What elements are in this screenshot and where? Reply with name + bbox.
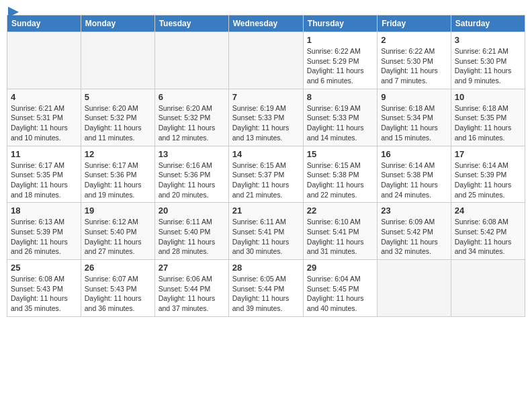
day-cell: 4Sunrise: 6:21 AM Sunset: 5:31 PM Daylig… (7, 89, 81, 146)
calendar: SundayMondayTuesdayWednesdayThursdayFrid… (7, 15, 525, 317)
day-info: Sunrise: 6:09 AM Sunset: 5:42 PM Dayligh… (381, 217, 447, 257)
day-cell: 5Sunrise: 6:20 AM Sunset: 5:32 PM Daylig… (81, 89, 154, 146)
day-info: Sunrise: 6:05 AM Sunset: 5:44 PM Dayligh… (232, 274, 300, 314)
day-cell: 19Sunrise: 6:12 AM Sunset: 5:40 PM Dayli… (81, 203, 154, 260)
day-number: 27 (159, 263, 225, 273)
column-header-wednesday: Wednesday (228, 15, 303, 32)
day-cell: 12Sunrise: 6:17 AM Sunset: 5:36 PM Dayli… (81, 146, 154, 203)
day-number: 11 (11, 149, 77, 159)
day-info: Sunrise: 6:20 AM Sunset: 5:32 PM Dayligh… (159, 103, 225, 143)
day-cell: 16Sunrise: 6:14 AM Sunset: 5:38 PM Dayli… (378, 146, 451, 203)
day-info: Sunrise: 6:17 AM Sunset: 5:36 PM Dayligh… (85, 161, 151, 200)
day-number: 14 (232, 149, 300, 159)
day-cell: 9Sunrise: 6:18 AM Sunset: 5:34 PM Daylig… (378, 89, 451, 146)
day-cell (228, 32, 303, 89)
day-cell: 25Sunrise: 6:08 AM Sunset: 5:43 PM Dayli… (7, 260, 81, 317)
day-number: 18 (11, 205, 77, 216)
day-number: 26 (85, 263, 151, 273)
svg-marker-0 (8, 7, 19, 17)
column-header-sunday: Sunday (7, 15, 81, 32)
day-number: 20 (159, 205, 225, 216)
day-cell: 8Sunrise: 6:19 AM Sunset: 5:33 PM Daylig… (303, 89, 377, 146)
day-info: Sunrise: 6:15 AM Sunset: 5:38 PM Dayligh… (307, 161, 373, 200)
day-info: Sunrise: 6:21 AM Sunset: 5:31 PM Dayligh… (11, 103, 77, 143)
day-cell (451, 260, 525, 317)
day-info: Sunrise: 6:19 AM Sunset: 5:33 PM Dayligh… (307, 103, 373, 143)
day-cell: 3Sunrise: 6:21 AM Sunset: 5:30 PM Daylig… (451, 32, 525, 89)
day-cell: 13Sunrise: 6:16 AM Sunset: 5:36 PM Dayli… (154, 146, 228, 203)
day-number: 22 (307, 205, 373, 216)
day-cell (154, 32, 228, 89)
day-cell: 1Sunrise: 6:22 AM Sunset: 5:29 PM Daylig… (303, 32, 377, 89)
day-cell: 7Sunrise: 6:19 AM Sunset: 5:33 PM Daylig… (228, 89, 303, 146)
day-info: Sunrise: 6:12 AM Sunset: 5:40 PM Dayligh… (85, 217, 151, 257)
day-number: 29 (307, 263, 373, 273)
day-cell (378, 260, 451, 317)
day-info: Sunrise: 6:10 AM Sunset: 5:41 PM Dayligh… (307, 217, 373, 257)
day-number: 16 (381, 149, 447, 159)
day-cell: 23Sunrise: 6:09 AM Sunset: 5:42 PM Dayli… (378, 203, 451, 260)
column-header-tuesday: Tuesday (154, 15, 228, 32)
day-cell: 24Sunrise: 6:08 AM Sunset: 5:42 PM Dayli… (451, 203, 525, 260)
column-header-thursday: Thursday (303, 15, 377, 32)
day-info: Sunrise: 6:08 AM Sunset: 5:43 PM Dayligh… (11, 274, 77, 314)
day-number: 13 (159, 149, 225, 159)
column-header-monday: Monday (81, 15, 154, 32)
day-cell: 29Sunrise: 6:04 AM Sunset: 5:45 PM Dayli… (303, 260, 377, 317)
day-cell: 17Sunrise: 6:14 AM Sunset: 5:39 PM Dayli… (451, 146, 525, 203)
day-number: 17 (455, 149, 521, 159)
header (7, 7, 525, 9)
day-info: Sunrise: 6:16 AM Sunset: 5:36 PM Dayligh… (159, 161, 225, 200)
day-info: Sunrise: 6:14 AM Sunset: 5:38 PM Dayligh… (381, 161, 447, 200)
day-cell (7, 32, 81, 89)
day-info: Sunrise: 6:06 AM Sunset: 5:44 PM Dayligh… (159, 274, 225, 314)
day-number: 12 (85, 149, 151, 159)
day-number: 8 (307, 92, 373, 102)
day-number: 3 (455, 35, 521, 45)
day-number: 5 (85, 92, 151, 102)
day-info: Sunrise: 6:21 AM Sunset: 5:30 PM Dayligh… (455, 46, 521, 86)
day-number: 21 (232, 205, 300, 216)
day-info: Sunrise: 6:15 AM Sunset: 5:37 PM Dayligh… (232, 161, 300, 200)
day-cell: 21Sunrise: 6:11 AM Sunset: 5:41 PM Dayli… (228, 203, 303, 260)
day-info: Sunrise: 6:19 AM Sunset: 5:33 PM Dayligh… (232, 103, 300, 143)
day-info: Sunrise: 6:14 AM Sunset: 5:39 PM Dayligh… (455, 161, 521, 200)
day-cell: 20Sunrise: 6:11 AM Sunset: 5:40 PM Dayli… (154, 203, 228, 260)
day-cell: 11Sunrise: 6:17 AM Sunset: 5:35 PM Dayli… (7, 146, 81, 203)
column-header-friday: Friday (378, 15, 451, 32)
day-cell: 28Sunrise: 6:05 AM Sunset: 5:44 PM Dayli… (228, 260, 303, 317)
day-number: 2 (381, 35, 447, 45)
day-info: Sunrise: 6:20 AM Sunset: 5:32 PM Dayligh… (85, 103, 151, 143)
day-cell: 18Sunrise: 6:13 AM Sunset: 5:39 PM Dayli… (7, 203, 81, 260)
day-number: 10 (455, 92, 521, 102)
day-info: Sunrise: 6:13 AM Sunset: 5:39 PM Dayligh… (11, 217, 77, 257)
day-info: Sunrise: 6:18 AM Sunset: 5:34 PM Dayligh… (381, 103, 447, 143)
day-number: 19 (85, 205, 151, 216)
day-info: Sunrise: 6:04 AM Sunset: 5:45 PM Dayligh… (307, 274, 373, 314)
day-cell (81, 32, 154, 89)
day-info: Sunrise: 6:11 AM Sunset: 5:40 PM Dayligh… (159, 217, 225, 257)
day-number: 15 (307, 149, 373, 159)
day-number: 9 (381, 92, 447, 102)
column-header-saturday: Saturday (451, 15, 525, 32)
day-cell: 6Sunrise: 6:20 AM Sunset: 5:32 PM Daylig… (154, 89, 228, 146)
day-number: 28 (232, 263, 300, 273)
day-info: Sunrise: 6:22 AM Sunset: 5:30 PM Dayligh… (381, 46, 447, 86)
week-row-5: 25Sunrise: 6:08 AM Sunset: 5:43 PM Dayli… (7, 260, 525, 317)
day-number: 1 (307, 35, 373, 45)
week-row-2: 4Sunrise: 6:21 AM Sunset: 5:31 PM Daylig… (7, 89, 525, 146)
day-number: 6 (159, 92, 225, 102)
day-number: 7 (232, 92, 300, 102)
day-number: 4 (11, 92, 77, 102)
day-info: Sunrise: 6:07 AM Sunset: 5:43 PM Dayligh… (85, 274, 151, 314)
day-cell: 15Sunrise: 6:15 AM Sunset: 5:38 PM Dayli… (303, 146, 377, 203)
day-info: Sunrise: 6:08 AM Sunset: 5:42 PM Dayligh… (455, 217, 521, 257)
day-info: Sunrise: 6:18 AM Sunset: 5:35 PM Dayligh… (455, 103, 521, 143)
day-number: 23 (381, 205, 447, 216)
day-cell: 27Sunrise: 6:06 AM Sunset: 5:44 PM Dayli… (154, 260, 228, 317)
week-row-3: 11Sunrise: 6:17 AM Sunset: 5:35 PM Dayli… (7, 146, 525, 203)
day-number: 25 (11, 263, 77, 273)
logo-arrow-icon (8, 7, 19, 17)
day-cell: 14Sunrise: 6:15 AM Sunset: 5:37 PM Dayli… (228, 146, 303, 203)
day-number: 24 (455, 205, 521, 216)
